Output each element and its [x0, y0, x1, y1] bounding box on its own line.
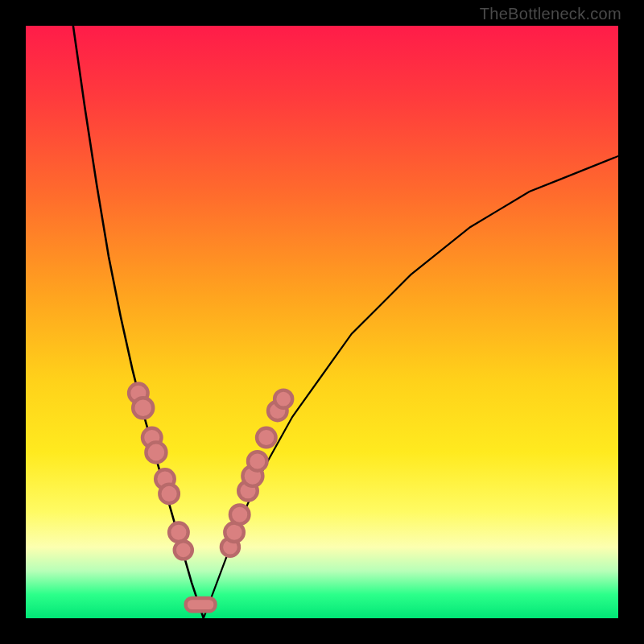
vertex-pill: [186, 598, 216, 611]
curve-svg: [26, 26, 618, 618]
bead-right-2: [230, 505, 250, 524]
beads-left-group: [129, 384, 192, 559]
bead-left-0: [129, 384, 148, 403]
bead-right-1: [225, 523, 244, 543]
plot-area: [26, 26, 618, 618]
bead-left-6: [169, 523, 188, 543]
bead-right-8: [275, 390, 292, 408]
bead-left-7: [175, 541, 192, 559]
chart-frame: TheBottleneck.com: [0, 0, 644, 644]
bead-right-3: [238, 481, 258, 501]
bead-right-4: [242, 466, 262, 486]
bead-left-1: [133, 398, 153, 418]
curve-right-branch: [204, 156, 618, 618]
bead-right-5: [248, 452, 267, 471]
bead-right-7: [268, 402, 287, 421]
bead-left-5: [159, 485, 179, 504]
bead-right-6: [257, 428, 276, 448]
beads-right-group: [221, 390, 292, 556]
bead-right-0: [221, 539, 239, 556]
bead-left-3: [146, 442, 166, 462]
attribution-label: TheBottleneck.com: [480, 5, 621, 23]
bead-left-2: [142, 428, 162, 448]
curve-left-branch: [73, 26, 204, 618]
bead-left-4: [155, 469, 175, 489]
